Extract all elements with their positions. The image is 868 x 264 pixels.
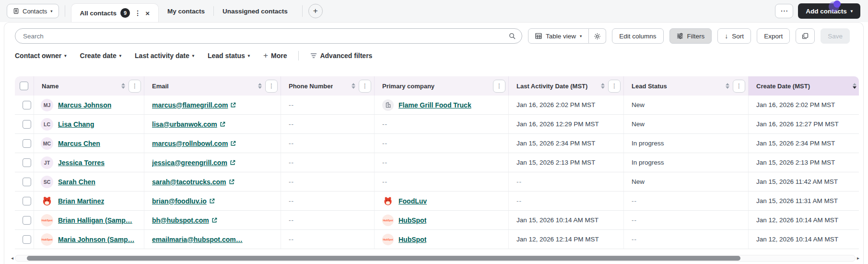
contact-name-link[interactable]: Marcus Chen — [58, 140, 100, 147]
contact-email-link[interactable]: bh@hubspot.com — [152, 216, 217, 224]
row-select-cell — [15, 96, 34, 114]
column-header-email[interactable]: Email⋮ — [144, 76, 281, 96]
scroll-right-icon[interactable]: ▸ — [857, 256, 859, 261]
column-menu-button[interactable]: ⋮ — [493, 80, 505, 93]
contact-email-link[interactable]: brian@foodluv.io — [152, 197, 215, 205]
more-filters-button[interactable]: + More — [263, 52, 287, 60]
clone-view-button[interactable] — [796, 28, 815, 44]
contact-email-link[interactable]: marcus@flamegrill.com — [152, 101, 236, 109]
sort-icon[interactable] — [726, 83, 729, 89]
sort-button[interactable]: ↓ Sort — [717, 28, 751, 44]
company-link[interactable]: Flame Grill Food Truck — [399, 101, 471, 109]
contact-row[interactable]: MJMarcus Johnsonmarcus@flamegrill.com--F… — [15, 96, 859, 115]
contacts-menu-button[interactable]: Contacts ▾ — [7, 4, 59, 18]
contact-name-link[interactable]: Marcus Johnson — [58, 101, 111, 109]
tab-unassigned-contacts[interactable]: Unassigned contacts — [214, 0, 296, 22]
select-all-cell — [15, 76, 34, 96]
company-link[interactable]: HubSpot — [399, 236, 426, 243]
row-checkbox[interactable] — [23, 235, 31, 244]
contact-name-link[interactable]: Jessica Torres — [58, 159, 105, 167]
filter-lead-status[interactable]: Lead status ▾ — [208, 52, 250, 60]
column-menu-button[interactable]: ⋮ — [359, 80, 371, 93]
contact-email-link[interactable]: sarah@tacotrucks.com — [152, 178, 235, 186]
column-header-label: Create Date (MST) — [756, 83, 810, 90]
company-link[interactable]: FoodLuv — [399, 197, 427, 205]
contact-name-link[interactable]: Lisa Chang — [58, 120, 94, 128]
contact-name-link[interactable]: Brian Martinez — [58, 197, 104, 205]
add-view-button[interactable]: + — [308, 4, 323, 18]
tab-options-icon[interactable]: ⋮ — [134, 9, 141, 17]
advanced-filters-button[interactable]: Advanced filters — [310, 52, 372, 60]
contact-name-link[interactable]: Sarah Chen — [58, 178, 95, 186]
horizontal-scrollbar[interactable]: ◂ ▸ — [11, 254, 859, 262]
sort-icon[interactable] — [121, 83, 125, 89]
save-button[interactable]: Save — [821, 28, 850, 44]
phone-cell: -- — [281, 96, 375, 114]
column-header-lead-status[interactable]: Lead Status⋮ — [624, 76, 749, 96]
contact-email-link[interactable]: jessica@greengrill.com — [152, 159, 235, 167]
filter-create-date[interactable]: Create date ▾ — [80, 52, 122, 60]
email-cell: sarah@tacotrucks.com — [144, 172, 281, 191]
tab-all-contacts[interactable]: All contacts 9 ⋮ × — [71, 3, 159, 22]
contact-name-link[interactable]: Brian Halligan (Samp… — [58, 216, 132, 224]
column-menu-button[interactable]: ⋮ — [129, 80, 141, 93]
row-checkbox[interactable] — [23, 158, 31, 167]
copy-icon — [802, 33, 809, 39]
last-activity-cell: Jan 16, 2026 12:29 PM MST — [509, 115, 624, 133]
contact-email-link[interactable]: lisa@urbanwok.com — [152, 120, 225, 128]
sort-icon[interactable] — [258, 83, 262, 89]
scrollbar-thumb[interactable] — [27, 256, 740, 261]
add-contacts-button[interactable]: Add contacts ▾ — [798, 3, 860, 19]
sort-icon[interactable] — [853, 83, 856, 89]
company-building-icon — [382, 99, 394, 111]
contact-email-link[interactable]: emailmaria@hubspot.com… — [152, 236, 243, 243]
view-settings-button[interactable] — [589, 28, 606, 44]
filter-last-activity-date[interactable]: Last activity date ▾ — [135, 52, 194, 60]
company-link[interactable]: HubSpot — [399, 216, 426, 224]
row-checkbox[interactable] — [23, 216, 31, 225]
select-all-checkbox[interactable] — [20, 82, 28, 90]
contact-email-link[interactable]: marcus@rollnbowl.com — [152, 140, 236, 147]
column-header-create-date-mst[interactable]: Create Date (MST)⋮ — [749, 76, 859, 96]
column-menu-button[interactable]: ⋮ — [733, 80, 745, 93]
table-view-button[interactable]: Table view ▾ — [528, 28, 589, 44]
contact-row[interactable]: JTJessica Torresjessica@greengrill.com--… — [15, 153, 859, 172]
contact-row[interactable]: HubSpotBrian Halligan (Samp…bh@hubspot.c… — [15, 211, 859, 230]
tab-my-contacts[interactable]: My contacts — [159, 0, 213, 22]
row-checkbox[interactable] — [23, 139, 31, 148]
export-button[interactable]: Export — [757, 28, 790, 44]
contact-row[interactable]: SCSarah Chensarah@tacotrucks.com------Ne… — [15, 172, 859, 192]
chevron-down-icon: ▾ — [851, 9, 853, 13]
contact-name-link[interactable]: Maria Johnson (Samp… — [58, 236, 134, 243]
scrollbar-track[interactable] — [15, 255, 856, 262]
row-checkbox[interactable] — [23, 178, 31, 186]
row-checkbox[interactable] — [23, 101, 31, 109]
sort-icon[interactable] — [352, 83, 355, 89]
column-header-phone-number[interactable]: Phone Number⋮ — [281, 76, 375, 96]
tab-close-icon[interactable]: × — [145, 9, 150, 17]
column-header-name[interactable]: Name⋮ — [34, 76, 144, 96]
lead-status-cell: -- — [624, 192, 749, 210]
contact-row[interactable]: MCMarcus Chenmarcus@rollnbowl.com----Jan… — [15, 134, 859, 153]
column-header-last-activity-date-mst[interactable]: Last Activity Date (MST)⋮ — [509, 76, 624, 96]
more-options-button[interactable]: ⋯ — [775, 4, 793, 18]
row-checkbox[interactable] — [23, 120, 31, 129]
empty-value: -- — [289, 120, 294, 128]
filter-contact-owner[interactable]: Contact owner ▾ — [15, 52, 67, 60]
column-header-primary-company[interactable]: Primary company⋮ — [375, 76, 509, 96]
search-input[interactable] — [15, 28, 522, 44]
scroll-left-icon[interactable]: ◂ — [11, 256, 13, 261]
column-menu-button[interactable]: ⋮ — [265, 80, 278, 93]
contact-row[interactable]: Brian Martinezbrian@foodluv.io--FoodLuv-… — [15, 192, 859, 211]
gear-icon — [594, 33, 601, 40]
filters-button[interactable]: Filters — [669, 28, 712, 44]
contact-row[interactable]: HubSpotMaria Johnson (Samp…emailmaria@hu… — [15, 230, 859, 249]
search-input-wrapper — [15, 28, 522, 44]
contact-row[interactable]: LCLisa Changlisa@urbanwok.com----Jan 16,… — [15, 115, 859, 134]
row-checkbox[interactable] — [23, 197, 31, 205]
edit-columns-button[interactable]: Edit columns — [612, 28, 663, 44]
column-menu-button[interactable]: ⋮ — [608, 80, 621, 93]
sort-icon[interactable] — [601, 83, 605, 89]
column-header-label: Name — [42, 83, 59, 90]
email-cell: lisa@urbanwok.com — [144, 115, 281, 133]
